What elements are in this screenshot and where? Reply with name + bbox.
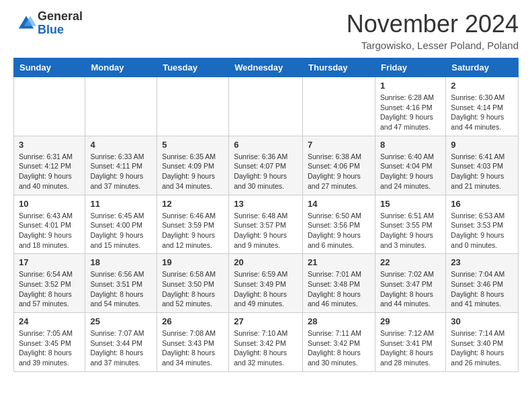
calendar-cell: 6Sunrise: 6:36 AM Sunset: 4:07 PM Daylig…: [229, 136, 303, 195]
calendar-cell: 23Sunrise: 7:04 AM Sunset: 3:46 PM Dayli…: [446, 254, 519, 313]
calendar-cell: 15Sunrise: 6:51 AM Sunset: 3:55 PM Dayli…: [375, 195, 445, 254]
calendar-cell: 28Sunrise: 7:11 AM Sunset: 3:42 PM Dayli…: [303, 313, 375, 372]
day-info: Sunrise: 7:02 AM Sunset: 3:47 PM Dayligh…: [380, 269, 441, 309]
day-info: Sunrise: 6:51 AM Sunset: 3:55 PM Dayligh…: [380, 211, 441, 250]
calendar-cell: 9Sunrise: 6:41 AM Sunset: 4:03 PM Daylig…: [446, 136, 519, 195]
day-number: 4: [90, 140, 152, 150]
day-info: Sunrise: 6:36 AM Sunset: 4:07 PM Dayligh…: [234, 152, 298, 191]
header-friday: Friday: [375, 58, 445, 77]
day-info: Sunrise: 6:31 AM Sunset: 4:12 PM Dayligh…: [19, 152, 80, 191]
day-number: 24: [19, 316, 80, 326]
calendar-row-1: 3Sunrise: 6:31 AM Sunset: 4:12 PM Daylig…: [14, 136, 519, 195]
month-title: November 2024: [347, 10, 519, 38]
day-info: Sunrise: 6:28 AM Sunset: 4:16 PM Dayligh…: [380, 93, 441, 132]
day-info: Sunrise: 6:40 AM Sunset: 4:04 PM Dayligh…: [380, 152, 441, 191]
page-container: General Blue November 2024 Targowisko, L…: [0, 0, 532, 382]
calendar-cell: 30Sunrise: 7:14 AM Sunset: 3:40 PM Dayli…: [446, 313, 519, 372]
day-number: 11: [90, 199, 152, 209]
calendar-cell: 20Sunrise: 6:59 AM Sunset: 3:49 PM Dayli…: [229, 254, 303, 313]
day-info: Sunrise: 7:08 AM Sunset: 3:43 PM Dayligh…: [162, 328, 224, 368]
calendar-cell: 16Sunrise: 6:53 AM Sunset: 3:53 PM Dayli…: [446, 195, 519, 254]
logo-general-text: General: [38, 10, 83, 24]
day-info: Sunrise: 7:11 AM Sunset: 3:42 PM Dayligh…: [308, 328, 370, 368]
calendar-header: Sunday Monday Tuesday Wednesday Thursday…: [14, 58, 519, 77]
day-info: Sunrise: 6:48 AM Sunset: 3:57 PM Dayligh…: [234, 211, 298, 250]
day-info: Sunrise: 6:30 AM Sunset: 4:14 PM Dayligh…: [451, 93, 513, 132]
day-number: 5: [162, 140, 224, 150]
calendar-cell: 8Sunrise: 6:40 AM Sunset: 4:04 PM Daylig…: [375, 136, 445, 195]
day-number: 22: [380, 257, 441, 267]
calendar-cell: 7Sunrise: 6:38 AM Sunset: 4:06 PM Daylig…: [303, 136, 375, 195]
calendar-cell: 22Sunrise: 7:02 AM Sunset: 3:47 PM Dayli…: [375, 254, 445, 313]
logo-icon: [16, 13, 36, 34]
day-info: Sunrise: 6:59 AM Sunset: 3:49 PM Dayligh…: [234, 269, 298, 309]
calendar-cell: 25Sunrise: 7:07 AM Sunset: 3:44 PM Dayli…: [85, 313, 157, 372]
calendar-table: Sunday Monday Tuesday Wednesday Thursday…: [13, 58, 519, 372]
calendar-row-0: 1Sunrise: 6:28 AM Sunset: 4:16 PM Daylig…: [14, 77, 519, 136]
day-number: 9: [451, 140, 513, 150]
day-number: 19: [162, 257, 224, 267]
day-number: 23: [451, 257, 513, 267]
day-number: 3: [19, 140, 80, 150]
day-number: 7: [308, 140, 370, 150]
day-number: 15: [380, 199, 441, 209]
calendar-cell: 1Sunrise: 6:28 AM Sunset: 4:16 PM Daylig…: [375, 77, 445, 136]
header-monday: Monday: [85, 58, 157, 77]
calendar-cell: 24Sunrise: 7:05 AM Sunset: 3:45 PM Dayli…: [14, 313, 85, 372]
calendar-cell: 3Sunrise: 6:31 AM Sunset: 4:12 PM Daylig…: [14, 136, 85, 195]
day-number: 12: [162, 199, 224, 209]
day-info: Sunrise: 6:54 AM Sunset: 3:52 PM Dayligh…: [19, 269, 80, 309]
day-number: 17: [19, 257, 80, 267]
day-info: Sunrise: 7:04 AM Sunset: 3:46 PM Dayligh…: [451, 269, 513, 309]
calendar-cell: 10Sunrise: 6:43 AM Sunset: 4:01 PM Dayli…: [14, 195, 85, 254]
day-number: 28: [308, 316, 370, 326]
day-info: Sunrise: 7:07 AM Sunset: 3:44 PM Dayligh…: [90, 328, 152, 368]
header-sunday: Sunday: [14, 58, 85, 77]
header-tuesday: Tuesday: [157, 58, 229, 77]
day-info: Sunrise: 6:43 AM Sunset: 4:01 PM Dayligh…: [19, 211, 80, 250]
calendar-row-2: 10Sunrise: 6:43 AM Sunset: 4:01 PM Dayli…: [14, 195, 519, 254]
day-number: 6: [234, 140, 298, 150]
day-number: 26: [162, 316, 224, 326]
day-number: 8: [380, 140, 441, 150]
title-block: November 2024 Targowisko, Lesser Poland,…: [347, 10, 519, 51]
day-info: Sunrise: 6:41 AM Sunset: 4:03 PM Dayligh…: [451, 152, 513, 191]
calendar-cell: 26Sunrise: 7:08 AM Sunset: 3:43 PM Dayli…: [157, 313, 229, 372]
location-text: Targowisko, Lesser Poland, Poland: [347, 40, 519, 51]
day-info: Sunrise: 6:38 AM Sunset: 4:06 PM Dayligh…: [308, 152, 370, 191]
day-info: Sunrise: 6:46 AM Sunset: 3:59 PM Dayligh…: [162, 211, 224, 250]
logo-text: General Blue: [38, 10, 83, 37]
header-row: Sunday Monday Tuesday Wednesday Thursday…: [14, 58, 519, 77]
calendar-cell: 21Sunrise: 7:01 AM Sunset: 3:48 PM Dayli…: [303, 254, 375, 313]
day-info: Sunrise: 6:53 AM Sunset: 3:53 PM Dayligh…: [451, 211, 513, 250]
header-saturday: Saturday: [446, 58, 519, 77]
calendar-cell: 19Sunrise: 6:58 AM Sunset: 3:50 PM Dayli…: [157, 254, 229, 313]
calendar-cell: [157, 77, 229, 136]
day-number: 10: [19, 199, 80, 209]
day-number: 21: [308, 257, 370, 267]
day-number: 13: [234, 199, 298, 209]
calendar-cell: 17Sunrise: 6:54 AM Sunset: 3:52 PM Dayli…: [14, 254, 85, 313]
calendar-cell: 5Sunrise: 6:35 AM Sunset: 4:09 PM Daylig…: [157, 136, 229, 195]
header-thursday: Thursday: [303, 58, 375, 77]
day-number: 1: [380, 81, 441, 91]
day-number: 18: [90, 257, 152, 267]
day-info: Sunrise: 6:56 AM Sunset: 3:51 PM Dayligh…: [90, 269, 152, 309]
calendar-cell: [14, 77, 85, 136]
day-info: Sunrise: 6:58 AM Sunset: 3:50 PM Dayligh…: [162, 269, 224, 309]
day-number: 2: [451, 81, 513, 91]
day-number: 20: [234, 257, 298, 267]
logo: General Blue: [13, 10, 83, 37]
calendar-cell: 2Sunrise: 6:30 AM Sunset: 4:14 PM Daylig…: [446, 77, 519, 136]
day-number: 14: [308, 199, 370, 209]
calendar-cell: 29Sunrise: 7:12 AM Sunset: 3:41 PM Dayli…: [375, 313, 445, 372]
calendar-cell: 18Sunrise: 6:56 AM Sunset: 3:51 PM Dayli…: [85, 254, 157, 313]
calendar-cell: 12Sunrise: 6:46 AM Sunset: 3:59 PM Dayli…: [157, 195, 229, 254]
day-number: 29: [380, 316, 441, 326]
calendar-cell: 14Sunrise: 6:50 AM Sunset: 3:56 PM Dayli…: [303, 195, 375, 254]
calendar-body: 1Sunrise: 6:28 AM Sunset: 4:16 PM Daylig…: [14, 77, 519, 372]
day-number: 27: [234, 316, 298, 326]
header-wednesday: Wednesday: [229, 58, 303, 77]
calendar-row-3: 17Sunrise: 6:54 AM Sunset: 3:52 PM Dayli…: [14, 254, 519, 313]
day-info: Sunrise: 6:35 AM Sunset: 4:09 PM Dayligh…: [162, 152, 224, 191]
